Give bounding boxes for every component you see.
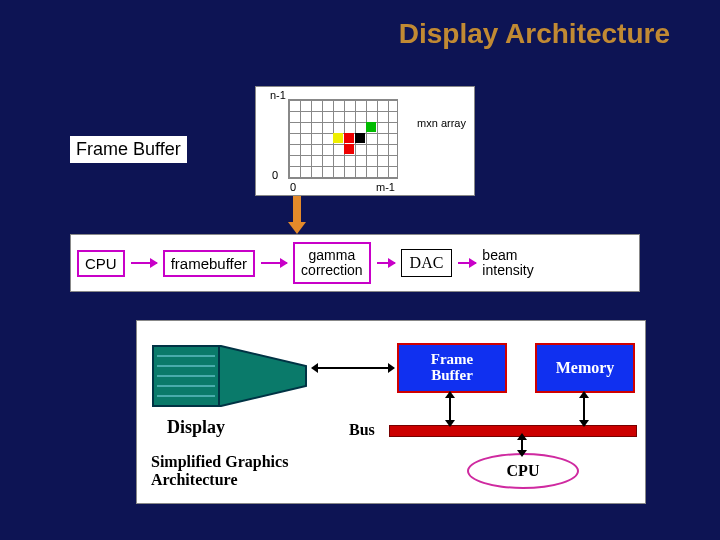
architecture-panel: Display Frame Buffer Memory Bus CPU Simp… [136,320,646,504]
mxn-array-label: mxn array [417,117,466,129]
bus-bar [389,425,637,437]
pixel-grid [288,99,398,179]
axis-label-0y: 0 [272,169,278,181]
pixel-green [366,122,376,132]
pipeline-cpu-box: CPU [77,250,125,277]
pixel-red [344,133,354,143]
double-arrow-horiz-icon [317,367,389,369]
double-arrow-vert-icon [583,397,585,421]
bus-label: Bus [349,421,375,439]
arrow-right-icon [377,262,395,264]
crt-display-icon [151,341,311,411]
mxn-array-panel: n-1 0 0 m-1 mxn array [255,86,475,196]
display-label: Display [167,417,225,438]
double-arrow-vert-icon [521,439,523,451]
sga-label: Simplified Graphics Architecture [151,453,288,488]
arrow-down-icon [293,196,301,224]
axis-label-0x: 0 [290,181,296,193]
axis-label-n1: n-1 [270,89,286,101]
axis-label-m1: m-1 [376,181,395,193]
frame-buffer-label: Frame Buffer [70,136,187,163]
arrow-right-icon [458,262,476,264]
arrow-right-icon [131,262,157,264]
pixel-red-2 [344,144,354,154]
pipeline-dac-box: DAC [401,249,453,277]
slide-title: Display Architecture [399,18,670,50]
pipeline-framebuffer-box: framebuffer [163,250,255,277]
pipeline-beam-label: beam intensity [482,248,533,277]
pipeline-gamma-box: gamma correction [293,242,370,283]
double-arrow-vert-icon [449,397,451,421]
pipeline-panel: CPU framebuffer gamma correction DAC bea… [70,234,640,292]
memory-box: Memory [535,343,635,393]
pixel-yellow [333,133,343,143]
frame-buffer-box: Frame Buffer [397,343,507,393]
pixel-black [355,133,365,143]
cpu-box: CPU [467,453,579,489]
arrow-right-icon [261,262,287,264]
